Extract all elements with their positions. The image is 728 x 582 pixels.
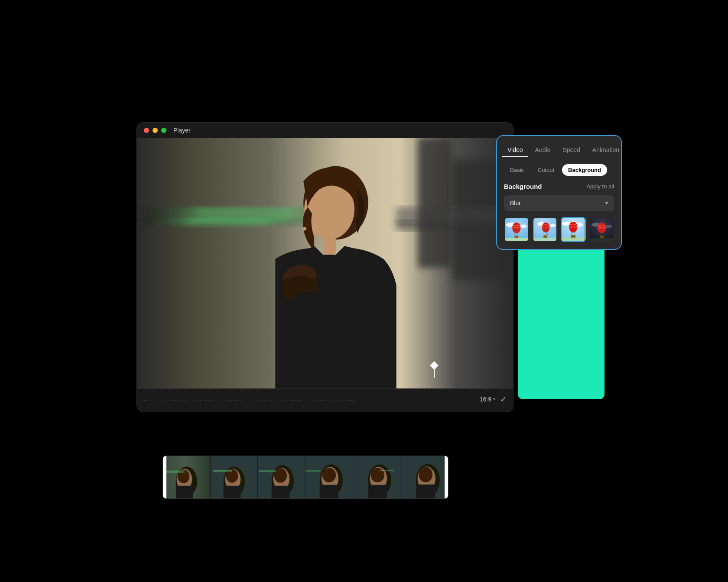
timeline-handle-right[interactable] [445, 456, 448, 498]
panel-content-area: Basic Cutout Background Background Apply… [497, 157, 621, 249]
svg-rect-22 [223, 486, 240, 498]
svg-rect-16 [176, 486, 193, 498]
svg-rect-53 [514, 236, 518, 238]
player-titlebar: Player [137, 123, 513, 138]
svg-point-8 [303, 227, 306, 230]
panel-tab-bar: Video Audio Speed Animation [497, 136, 621, 157]
svg-rect-35 [306, 470, 321, 472]
svg-rect-9 [418, 138, 453, 268]
svg-rect-34 [320, 485, 338, 498]
svg-point-45 [419, 467, 433, 482]
svg-rect-23 [213, 470, 232, 472]
background-section-header: Background Apply to all [504, 183, 614, 190]
background-section-title: Background [504, 183, 542, 190]
svg-rect-54 [505, 238, 528, 241]
svg-rect-2 [137, 218, 318, 226]
sub-tab-bar: Basic Cutout Background [504, 164, 614, 176]
window-dot-maximize[interactable] [161, 128, 166, 133]
svg-point-27 [274, 468, 287, 483]
svg-rect-70 [562, 237, 585, 241]
svg-point-57 [549, 224, 556, 227]
svg-rect-61 [543, 235, 547, 238]
timeline-frame-6 [400, 456, 448, 498]
blur-dropdown-label: Blur [510, 200, 521, 207]
timeline-frame-5 [353, 456, 401, 498]
background-thumb-3[interactable] [561, 217, 586, 242]
timeline-frame-2 [211, 456, 258, 498]
svg-rect-46 [416, 485, 435, 498]
aspect-ratio-selector[interactable]: 16:9 ▾ [480, 396, 495, 403]
video-preview-area[interactable] [137, 138, 513, 388]
timeline-frame-4 [306, 456, 353, 498]
svg-rect-7 [323, 237, 336, 255]
background-thumb-4[interactable] [589, 217, 614, 242]
sub-tab-background[interactable]: Background [562, 164, 607, 176]
scene-container: Player [136, 122, 592, 460]
timeline-strip[interactable] [162, 456, 448, 499]
svg-rect-78 [590, 238, 614, 241]
svg-rect-29 [259, 470, 276, 472]
tab-speed[interactable]: Speed [557, 143, 585, 157]
fullscreen-button[interactable]: ⤢ [500, 395, 506, 403]
timeline-scrubber-dots[interactable]: ........................................… [144, 397, 480, 401]
player-window: Player [136, 122, 514, 412]
timeline-handle-left[interactable] [163, 456, 166, 498]
tab-video[interactable]: Video [502, 143, 528, 157]
playhead-line [434, 365, 435, 378]
window-dot-minimize[interactable] [153, 128, 158, 133]
sub-tab-cutout[interactable]: Cutout [532, 164, 560, 176]
aspect-ratio-chevron: ▾ [493, 397, 495, 401]
timeline-frame-1 [163, 456, 211, 498]
timeline-frame-3 [258, 456, 306, 498]
svg-rect-28 [272, 486, 289, 498]
woman-figure-svg [137, 138, 513, 388]
properties-panel: Video Audio Speed Animation Basic Cutout [496, 135, 622, 250]
window-dot-close[interactable] [144, 128, 149, 133]
svg-rect-62 [533, 238, 557, 241]
background-thumbnail-grid [504, 217, 614, 242]
chevron-down-icon: ▾ [605, 200, 608, 206]
svg-point-49 [520, 224, 527, 228]
svg-rect-40 [368, 485, 387, 498]
tab-audio[interactable]: Audio [530, 143, 556, 157]
svg-rect-41 [379, 470, 394, 471]
svg-rect-77 [600, 236, 604, 238]
player-title: Player [173, 127, 191, 134]
player-bottom-bar: ........................................… [137, 388, 513, 409]
apply-all-button[interactable]: Apply to all [586, 183, 614, 190]
blur-dropdown[interactable]: Blur ▾ [504, 195, 614, 211]
svg-point-66 [569, 222, 578, 233]
aspect-ratio-label: 16:9 [480, 396, 491, 403]
svg-point-64 [562, 222, 571, 226]
svg-point-33 [322, 468, 336, 482]
background-thumb-2[interactable] [533, 217, 558, 242]
svg-point-73 [605, 225, 612, 228]
sub-tab-basic[interactable]: Basic [504, 164, 530, 176]
tab-animation[interactable]: Animation [587, 143, 622, 157]
background-thumb-1[interactable] [504, 217, 529, 242]
